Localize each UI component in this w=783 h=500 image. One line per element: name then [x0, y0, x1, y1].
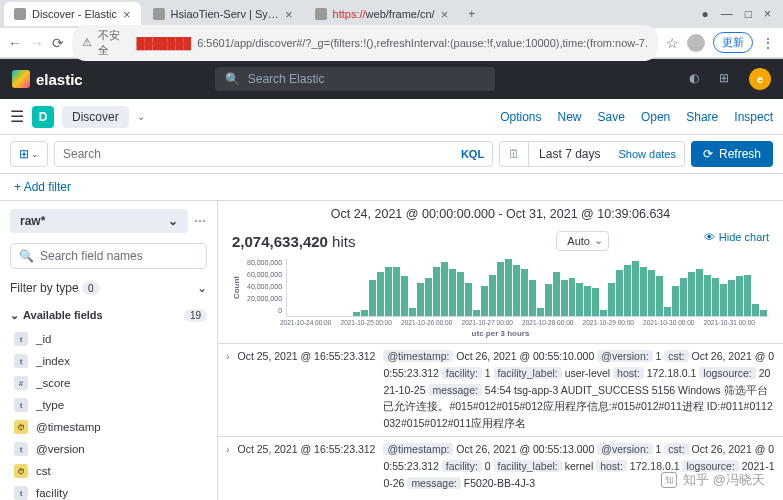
newsfeed-icon[interactable]: ⊞: [719, 71, 735, 87]
chart-bar[interactable]: [545, 284, 552, 316]
chart-bar[interactable]: [465, 283, 472, 316]
show-dates-button[interactable]: Show dates: [610, 143, 683, 165]
field-item[interactable]: ⏱@timestamp: [0, 416, 217, 438]
filter-menu-button[interactable]: ⊞⌄: [10, 141, 48, 167]
chart-bar[interactable]: [369, 280, 376, 316]
new-link[interactable]: New: [558, 110, 582, 124]
field-item[interactable]: t_type: [0, 394, 217, 416]
chart-bar[interactable]: [720, 284, 727, 316]
expand-icon[interactable]: ›: [226, 348, 230, 432]
chart-bar[interactable]: [489, 275, 496, 316]
chart-bar[interactable]: [553, 272, 560, 316]
chart-bar[interactable]: [569, 278, 576, 316]
chart-bar[interactable]: [624, 265, 631, 316]
options-link[interactable]: Options: [500, 110, 541, 124]
hide-chart-button[interactable]: 👁 Hide chart: [704, 231, 769, 243]
chart-bar[interactable]: [537, 308, 544, 316]
help-icon[interactable]: ◐: [689, 71, 705, 87]
chart-bar[interactable]: [529, 280, 536, 316]
document-row[interactable]: ›Oct 25, 2021 @ 16:55:23.312@timestamp: …: [218, 343, 783, 436]
chart-bar[interactable]: [592, 288, 599, 316]
chart-bar[interactable]: [712, 278, 719, 316]
field-item[interactable]: #_score: [0, 372, 217, 394]
chart-bar[interactable]: [656, 276, 663, 316]
chart-bar[interactable]: [353, 312, 360, 316]
chart-bars[interactable]: [286, 259, 769, 317]
chart-bar[interactable]: [505, 259, 512, 316]
chart-bar[interactable]: [433, 267, 440, 316]
star-icon[interactable]: ☆: [666, 35, 679, 51]
document-row[interactable]: ›Oct 25, 2021 @ 16:55:23.312@timestamp: …: [218, 436, 783, 495]
chart-bar[interactable]: [696, 269, 703, 317]
chart-bar[interactable]: [704, 275, 711, 316]
reload-icon[interactable]: ⟳: [52, 35, 64, 51]
update-button[interactable]: 更新: [713, 32, 753, 53]
chart-bar[interactable]: [385, 267, 392, 316]
chevron-down-icon[interactable]: ⌄: [137, 111, 145, 122]
menu-icon[interactable]: ⋮: [761, 35, 775, 51]
new-tab-button[interactable]: +: [460, 7, 483, 21]
save-link[interactable]: Save: [598, 110, 625, 124]
chart-bar[interactable]: [744, 275, 751, 316]
query-input[interactable]: [63, 142, 461, 166]
close-icon[interactable]: ×: [441, 7, 449, 22]
chart-bar[interactable]: [457, 272, 464, 316]
browser-tab[interactable]: https://web/frame/cn/ ×: [305, 2, 459, 26]
chart-bar[interactable]: [377, 272, 384, 316]
elastic-logo[interactable]: elastic: [12, 70, 83, 88]
available-fields-header[interactable]: ⌄Available fields 19: [10, 309, 207, 322]
field-item[interactable]: t_id: [0, 328, 217, 350]
refresh-button[interactable]: ⟳ Refresh: [691, 141, 773, 167]
chart-bar[interactable]: [600, 310, 607, 316]
browser-tab-active[interactable]: Discover - Elastic ×: [4, 2, 141, 26]
field-item[interactable]: t_index: [0, 350, 217, 372]
browser-tab[interactable]: HsiaoTien-Serv | Syncthing ×: [143, 2, 303, 26]
chart-bar[interactable]: [680, 278, 687, 316]
share-link[interactable]: Share: [686, 110, 718, 124]
chart-bar[interactable]: [497, 262, 504, 316]
chart-bar[interactable]: [513, 265, 520, 316]
chart-bar[interactable]: [521, 269, 528, 317]
add-filter-button[interactable]: + Add filter: [14, 180, 71, 194]
chart-bar[interactable]: [473, 310, 480, 316]
chart-bar[interactable]: [616, 270, 623, 316]
chart-bar[interactable]: [584, 286, 591, 316]
field-search[interactable]: 🔍 Search field names: [10, 243, 207, 269]
query-language[interactable]: KQL: [461, 148, 484, 160]
chart-bar[interactable]: [752, 304, 759, 316]
global-search[interactable]: 🔍 Search Elastic: [215, 67, 495, 91]
close-icon[interactable]: ×: [123, 7, 131, 22]
avatar[interactable]: e: [749, 68, 771, 90]
chart-bar[interactable]: [393, 267, 400, 316]
minimize-icon[interactable]: —: [721, 7, 733, 21]
chart-bar[interactable]: [728, 280, 735, 316]
open-link[interactable]: Open: [641, 110, 670, 124]
chart-bar[interactable]: [441, 262, 448, 316]
close-window-icon[interactable]: ×: [764, 7, 771, 21]
chart-bar[interactable]: [361, 310, 368, 316]
chart-bar[interactable]: [425, 278, 432, 316]
index-pattern-selector[interactable]: raw* ⌄: [10, 209, 188, 233]
address-bar[interactable]: ⚠ 不安全 ███████ 6:5601/app/discover#/?_g=(…: [72, 25, 658, 61]
field-item[interactable]: t@version: [0, 438, 217, 460]
filter-by-type[interactable]: Filter by type 0 ⌄: [10, 277, 207, 299]
chart-bar[interactable]: [632, 261, 639, 316]
chart-bar[interactable]: [736, 276, 743, 316]
back-icon[interactable]: ←: [8, 35, 22, 51]
close-icon[interactable]: ×: [285, 7, 293, 22]
chart-bar[interactable]: [417, 283, 424, 316]
chart-bar[interactable]: [640, 267, 647, 316]
field-item[interactable]: ⏱cst: [0, 460, 217, 482]
nav-toggle-icon[interactable]: ☰: [10, 107, 24, 126]
chart-bar[interactable]: [760, 310, 767, 316]
app-name-button[interactable]: Discover: [62, 106, 129, 128]
chart-bar[interactable]: [401, 276, 408, 316]
date-picker[interactable]: 🗓 Last 7 days Show dates: [499, 141, 685, 167]
sidebar-options-icon[interactable]: ⋯: [194, 214, 207, 228]
chart-bar[interactable]: [576, 283, 583, 316]
inspect-link[interactable]: Inspect: [734, 110, 773, 124]
chart-bar[interactable]: [608, 283, 615, 316]
interval-select[interactable]: Auto: [556, 231, 609, 251]
chart-bar[interactable]: [672, 286, 679, 316]
account-icon[interactable]: ●: [701, 7, 708, 21]
